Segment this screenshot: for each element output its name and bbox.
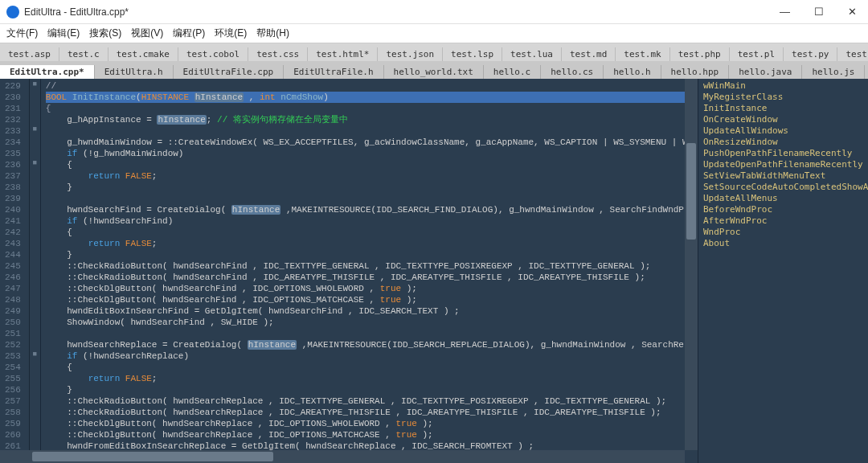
fold-marker[interactable]: ■ bbox=[30, 79, 40, 90]
symbol-item[interactable]: UpdateAllMenus bbox=[703, 193, 863, 204]
symbol-item[interactable]: BeforeWndProc bbox=[703, 204, 863, 215]
filetype-tab[interactable]: test.lua bbox=[502, 47, 562, 61]
filetype-tab[interactable]: test.asp bbox=[0, 47, 59, 61]
horizontal-scrollbar[interactable] bbox=[0, 450, 685, 463]
file-tab[interactable]: hello.cs bbox=[541, 65, 604, 79]
fold-marker[interactable] bbox=[30, 383, 40, 394]
maximize-button[interactable]: ☐ bbox=[809, 4, 829, 19]
code-line[interactable]: if (!hwndSearchReplace) bbox=[46, 350, 693, 362]
file-tab[interactable]: EditUltraFile.h bbox=[284, 65, 383, 79]
code-line[interactable]: ::CheckDlgButton( hwndSearchReplace , ID… bbox=[46, 429, 693, 440]
fold-marker[interactable]: ■ bbox=[30, 158, 40, 169]
filetype-tab[interactable]: test.pl bbox=[730, 47, 784, 61]
code-line[interactable]: return FALSE; bbox=[46, 238, 693, 249]
code-area[interactable]: //BOOL InitInstance(HINSTANCE hInstance … bbox=[41, 79, 698, 463]
code-line[interactable]: hwndEditBoxInSearchFind = GetDlgItem( hw… bbox=[46, 305, 693, 317]
menu-item[interactable]: 编辑(E) bbox=[47, 27, 80, 40]
menu-item[interactable]: 帮助(H) bbox=[256, 27, 289, 40]
menu-item[interactable]: 编程(P) bbox=[173, 27, 205, 40]
symbol-item[interactable]: OnResizeWindow bbox=[703, 137, 863, 148]
symbol-item[interactable]: PushOpenPathFilenameRecently bbox=[703, 148, 863, 159]
symbol-item[interactable]: AfterWndProc bbox=[703, 215, 863, 227]
filetype-tab[interactable]: test.md bbox=[562, 47, 616, 61]
code-line[interactable] bbox=[46, 328, 693, 339]
code-line[interactable]: { bbox=[46, 103, 693, 114]
code-line[interactable]: ::CheckDlgButton( hwndSearchFind , IDC_O… bbox=[46, 294, 693, 305]
symbol-item[interactable]: UpdateOpenPathFilenameRecently bbox=[703, 159, 863, 170]
fold-marker[interactable] bbox=[30, 416, 40, 428]
file-tab[interactable]: hello_world.txt bbox=[384, 65, 484, 79]
code-line[interactable]: { bbox=[46, 227, 693, 238]
code-line[interactable]: ::CheckRadioButton( hwndSearchFind , IDC… bbox=[46, 272, 693, 283]
fold-marker[interactable] bbox=[30, 191, 40, 203]
code-line[interactable]: if (!g_hwndMainWindow) bbox=[46, 148, 693, 159]
code-line[interactable]: hwndSearchReplace = CreateDialog( hInsta… bbox=[46, 339, 693, 350]
code-line[interactable]: ::CheckRadioButton( hwndSearchReplace , … bbox=[46, 407, 693, 418]
symbol-item[interactable]: MyRegisterClass bbox=[703, 92, 863, 103]
code-line[interactable]: BOOL InitInstance(HINSTANCE hInstance , … bbox=[46, 92, 693, 103]
menu-item[interactable]: 搜索(S) bbox=[89, 27, 121, 40]
code-line[interactable]: hwndSearchFind = CreateDialog( hInstance… bbox=[46, 204, 693, 215]
filetype-tab[interactable]: test.cobol bbox=[178, 47, 248, 61]
symbol-item[interactable]: SetViewTabWidthMenuText bbox=[703, 170, 863, 182]
filetype-tab[interactable]: test.lsp bbox=[443, 47, 502, 61]
code-line[interactable]: { bbox=[46, 159, 693, 170]
symbol-item[interactable]: wWinMain bbox=[703, 80, 863, 92]
fold-marker[interactable] bbox=[30, 101, 40, 113]
fold-marker[interactable] bbox=[30, 248, 40, 259]
fold-marker[interactable] bbox=[30, 428, 40, 439]
file-tab[interactable]: EditUltra.cpp* bbox=[0, 65, 95, 79]
close-button[interactable]: ✕ bbox=[843, 4, 862, 19]
filetype-tab[interactable]: test.html* bbox=[308, 47, 378, 61]
symbol-item[interactable]: UpdateAllWindows bbox=[703, 125, 863, 137]
code-line[interactable]: ::CheckDlgButton( hwndSearchFind , IDC_O… bbox=[46, 283, 693, 294]
symbol-item[interactable]: WndProc bbox=[703, 227, 863, 238]
code-line[interactable]: ShowWindow( hwndSearchFind , SW_HIDE ); bbox=[46, 317, 693, 328]
fold-marker[interactable] bbox=[30, 315, 40, 326]
fold-marker[interactable] bbox=[30, 113, 40, 124]
file-tab[interactable]: EditUltraFile.cpp bbox=[174, 65, 285, 79]
code-line[interactable]: return FALSE; bbox=[46, 170, 693, 182]
fold-marker[interactable] bbox=[30, 360, 40, 371]
menu-item[interactable]: 环境(E) bbox=[215, 27, 247, 40]
filetype-tab[interactable]: test.php bbox=[670, 47, 730, 61]
code-line[interactable]: ::CheckRadioButton( hwndSearchReplace , … bbox=[46, 395, 693, 407]
symbol-item[interactable]: InitInstance bbox=[703, 103, 863, 114]
code-line[interactable]: g_hAppInstance = hInstance; // 将实例句柄存储在全… bbox=[46, 114, 693, 125]
code-line[interactable]: g_hwndMainWindow = ::CreateWindowEx( WS_… bbox=[46, 137, 693, 148]
fold-marker[interactable] bbox=[30, 90, 40, 101]
symbol-item[interactable]: SetSourceCodeAutoCompletedShowAft bbox=[703, 182, 863, 193]
filetype-tab[interactable]: test.css bbox=[248, 47, 308, 61]
fold-marker[interactable] bbox=[30, 338, 40, 349]
minimize-button[interactable]: — bbox=[775, 4, 795, 19]
filetype-tab[interactable]: test.mk bbox=[616, 47, 669, 61]
filetype-tab[interactable]: test.rb bbox=[837, 47, 868, 61]
file-tab[interactable]: EditUltra.h bbox=[95, 65, 174, 79]
fold-marker[interactable] bbox=[30, 259, 40, 270]
menu-item[interactable]: 视图(V) bbox=[131, 27, 163, 40]
fold-marker[interactable] bbox=[30, 394, 40, 405]
code-line[interactable] bbox=[46, 125, 693, 137]
file-tab[interactable]: hello.txt bbox=[865, 65, 868, 79]
code-line[interactable]: ::CheckDlgButton( hwndSearchReplace , ID… bbox=[46, 418, 693, 429]
filetype-tab[interactable]: test.py bbox=[784, 47, 837, 61]
fold-marker[interactable] bbox=[30, 371, 40, 383]
code-line[interactable] bbox=[46, 193, 693, 204]
fold-marker[interactable] bbox=[30, 135, 40, 146]
vertical-scrollbar[interactable] bbox=[685, 79, 698, 450]
code-line[interactable]: ::CheckRadioButton( hwndSearchFind , IDC… bbox=[46, 260, 693, 272]
vertical-scroll-thumb[interactable] bbox=[686, 143, 696, 240]
fold-marker[interactable] bbox=[30, 293, 40, 304]
filetype-tab[interactable]: test.cmake bbox=[108, 47, 178, 61]
file-tab[interactable]: hello.hpp bbox=[661, 65, 730, 79]
fold-marker[interactable] bbox=[30, 236, 40, 248]
fold-marker[interactable] bbox=[30, 180, 40, 191]
file-tab[interactable]: hello.h bbox=[604, 65, 661, 79]
fold-marker[interactable] bbox=[30, 326, 40, 338]
fold-marker[interactable] bbox=[30, 281, 40, 293]
symbol-item[interactable]: About bbox=[703, 238, 863, 249]
code-line[interactable]: return FALSE; bbox=[46, 373, 693, 384]
code-line[interactable]: { bbox=[46, 362, 693, 373]
file-tab[interactable]: hello.c bbox=[484, 65, 541, 79]
fold-marker[interactable]: ■ bbox=[30, 349, 40, 360]
